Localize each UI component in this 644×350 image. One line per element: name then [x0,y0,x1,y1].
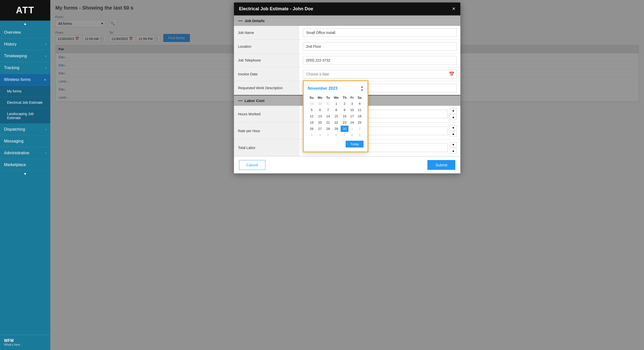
calendar-day[interactable]: 4 [356,101,364,107]
total-labor-stepper-buttons: ▼ ▲ [450,142,457,154]
cal-header-th: Th [341,95,348,101]
calendar-icon[interactable]: 📅 [449,71,454,77]
sidebar-item-label: Administrative [4,151,29,155]
sidebar-item-tracking[interactable]: Tracking › [0,62,50,74]
calendar-day[interactable]: 6 [316,107,325,113]
calendar-day[interactable]: 30 [316,101,325,107]
calendar-day[interactable]: 18 [356,113,364,119]
sidebar-item-dispatching[interactable]: Dispatching › [0,124,50,135]
calendar-day[interactable]: 6 [332,132,341,138]
calendar-day[interactable]: 26 [308,126,316,132]
sidebar-scroll-up[interactable]: ▲ [0,21,50,27]
calendar-day[interactable]: 1 [348,126,356,132]
job-name-input[interactable] [303,28,457,37]
calendar-day[interactable]: 30 [341,126,348,132]
calendar-day[interactable]: 2 [356,126,364,132]
calendar-day[interactable]: 17 [348,113,356,119]
calendar-day[interactable]: 21 [324,119,332,126]
sidebar-item-label: Tracking [4,66,19,70]
whats-new-label: What's New [4,343,46,346]
calendar-day[interactable]: 9 [341,107,348,113]
cal-header-tu: Tu [324,95,332,101]
calendar-day[interactable]: 3 [308,132,316,138]
sidebar-item-my-forms[interactable]: My forms [0,86,50,97]
calendar-day[interactable]: 29 [308,101,316,107]
calendar-day[interactable]: 27 [316,126,325,132]
calendar-prev-month-button[interactable]: ▲ [360,85,364,88]
chevron-right-icon: › [45,42,46,46]
calendar-day[interactable]: 31 [324,101,332,107]
rate-increment-button[interactable]: ▼ [450,125,457,131]
sidebar-item-label: History [4,42,17,46]
job-telephone-input[interactable] [303,56,457,65]
calendar-day[interactable]: 25 [356,119,364,126]
date-input-wrap: 📅 [303,70,457,78]
hours-decrement-button[interactable]: ▲ [450,114,457,120]
total-labor-decrement-button[interactable]: ▲ [450,148,457,154]
calendar-day[interactable]: 12 [308,113,316,119]
modal-header: Electrical Job Estimate - John Doe × [234,3,460,15]
calendar-day[interactable]: 14 [324,113,332,119]
calendar-today-button[interactable]: Today [346,141,364,147]
calendar-day[interactable]: 22 [332,119,341,126]
total-labor-increment-button[interactable]: ▼ [450,142,457,147]
cancel-button[interactable]: Cancel [239,160,265,170]
calendar-next-month-button[interactable]: ▼ [360,89,364,92]
sidebar-scroll-down[interactable]: ▼ [0,171,50,177]
sidebar-item-label: Electrical Job Estimate [7,101,43,105]
calendar-day[interactable]: 8 [348,132,356,138]
sidebar-item-label: Dispatching [4,127,25,132]
hours-stepper-buttons: ▼ ▲ [450,108,457,120]
hours-increment-button[interactable]: ▼ [450,108,457,114]
location-input[interactable] [303,42,457,51]
calendar-day[interactable]: 15 [332,113,341,119]
sidebar-item-electrical-job[interactable]: Electrical Job Estimate [0,97,50,108]
sidebar-item-messaging[interactable]: Messaging [0,135,50,147]
job-details-label: Job Details [245,19,265,23]
calendar-day[interactable]: 1 [332,101,341,107]
modal-close-button[interactable]: × [452,6,455,12]
location-input-container [299,40,460,53]
location-row: Location [234,40,460,54]
calendar-day[interactable]: 8 [332,107,341,113]
calendar-day[interactable]: 7 [341,132,348,138]
calendar-day[interactable]: 9 [356,132,364,138]
sidebar-item-history[interactable]: History › [0,38,50,50]
chevron-right-icon: › [45,128,46,131]
main-content: My forms - Showing the last 50 s Form: A… [50,0,644,350]
sidebar-item-overview[interactable]: Overview [0,27,50,38]
section-collapse-icon[interactable]: — [238,98,243,103]
calendar-day[interactable]: 5 [324,132,332,138]
calendar-day[interactable]: 2 [341,101,348,107]
calendar-day[interactable]: 28 [324,126,332,132]
sidebar-item-label: Marketplace [4,163,26,167]
calendar-day[interactable]: 23 [341,119,348,126]
job-details-section-header: — Job Details [234,15,460,26]
chevron-right-icon: › [45,54,46,58]
calendar-day[interactable]: 5 [308,107,316,113]
calendar-day[interactable]: 3 [348,101,356,107]
calendar-day[interactable]: 29 [332,126,341,132]
sidebar-item-label: Landscaping Job Estimate [7,112,46,120]
rate-decrement-button[interactable]: ▲ [450,131,457,137]
sidebar-item-wireless-forms[interactable]: Wireless forms ∨ [0,74,50,86]
sidebar-item-timekeeping[interactable]: Timekeeping › [0,50,50,62]
calendar-day[interactable]: 16 [341,113,348,119]
sidebar-item-landscaping-job[interactable]: Landscaping Job Estimate [0,108,50,124]
invoice-date-input[interactable] [303,70,457,78]
calendar-day[interactable]: 19 [308,119,316,126]
calendar-day[interactable]: 20 [316,119,325,126]
cal-header-fr: Fr [348,95,356,101]
calendar-day[interactable]: 11 [356,107,364,113]
calendar-day[interactable]: 7 [324,107,332,113]
section-collapse-icon[interactable]: — [238,18,243,23]
sidebar-item-marketplace[interactable]: Marketplace [0,159,50,171]
job-telephone-row: Job Telephone [234,54,460,67]
calendar-day[interactable]: 10 [348,107,356,113]
calendar-day[interactable]: 13 [316,113,325,119]
calendar-day[interactable]: 24 [348,119,356,126]
job-name-input-container [299,26,460,39]
calendar-day[interactable]: 4 [316,132,325,138]
submit-button[interactable]: Submit [427,160,455,170]
sidebar-item-administrative[interactable]: Administrative › [0,147,50,159]
